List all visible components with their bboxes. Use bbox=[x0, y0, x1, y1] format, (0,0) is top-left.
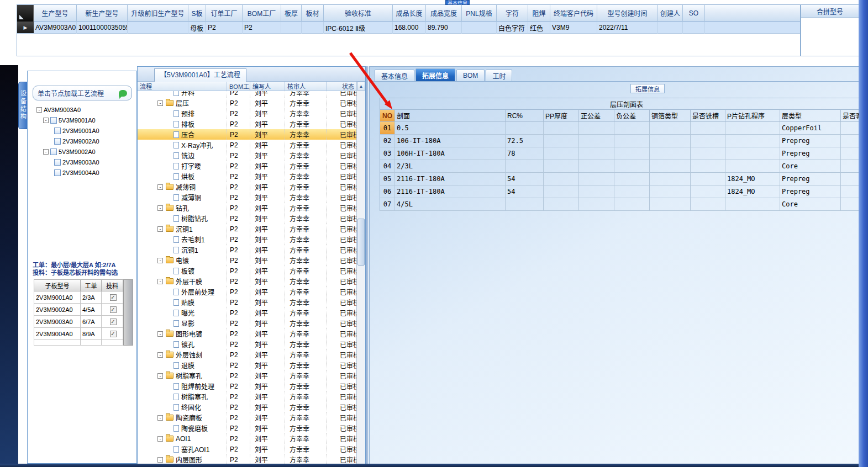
right-edge-bar[interactable] bbox=[859, 0, 868, 467]
column-header[interactable]: RC% bbox=[506, 110, 544, 122]
tree-node[interactable]: - 5V3M9001A0 bbox=[30, 115, 134, 125]
checkbox[interactable] bbox=[110, 319, 117, 325]
process-row[interactable]: - 显影 P2 刘平 方幸幸 已审核 bbox=[138, 318, 365, 328]
tree-expand-icon[interactable]: - bbox=[43, 118, 49, 123]
tree-expand-icon[interactable]: - bbox=[157, 258, 163, 263]
tree-expand-icon[interactable]: - bbox=[157, 457, 163, 463]
column-header[interactable]: SO bbox=[683, 5, 705, 22]
column-header[interactable]: 正公差 bbox=[579, 110, 614, 122]
tree-expand-icon[interactable]: - bbox=[157, 205, 163, 211]
column-header[interactable]: 层类型 bbox=[780, 110, 841, 122]
process-row[interactable]: - 阻焊前处理 P2 刘平 方幸幸 已审核 bbox=[138, 381, 365, 391]
column-header[interactable]: 编写人 bbox=[250, 82, 285, 91]
column-header[interactable]: 字符 bbox=[497, 5, 528, 22]
column-header[interactable]: 创建人 bbox=[658, 5, 683, 22]
tree-expand-icon[interactable]: - bbox=[36, 107, 42, 113]
process-row[interactable]: - 树脂钻孔 P2 刘平 方幸幸 已审核 bbox=[138, 213, 365, 224]
column-header[interactable]: 是否客供 bbox=[841, 110, 859, 122]
process-row[interactable]: - 退膜 P2 刘平 方幸幸 已审核 bbox=[138, 360, 365, 370]
tree-expand-icon[interactable]: - bbox=[157, 226, 163, 232]
process-row[interactable]: - 板镀 P2 刘平 方幸幸 已审核 bbox=[138, 266, 365, 276]
process-row[interactable]: - 镀孔 P2 刘平 方幸幸 已审核 bbox=[138, 339, 365, 349]
checkbox[interactable] bbox=[110, 331, 117, 337]
table-row[interactable]: 2V3M9002A0 4/5A bbox=[34, 304, 133, 316]
tree-node[interactable]: - 5V3M9002A0 bbox=[30, 146, 134, 157]
process-row[interactable]: - 树脂塞孔 P2 刘平 方幸幸 已审核 bbox=[138, 391, 365, 402]
checkbox[interactable] bbox=[110, 306, 117, 313]
column-header[interactable]: 合拼型号 bbox=[801, 5, 859, 18]
process-row[interactable]: - 压合 P2 刘平 方幸幸 已审核 bbox=[138, 129, 365, 140]
scrollbar[interactable]: ▲ bbox=[356, 82, 365, 466]
table-row[interactable]: 2V3M9004A0 8/9A bbox=[34, 328, 133, 340]
info-tab[interactable]: 工时 bbox=[486, 70, 512, 81]
column-header[interactable]: BOM工厂 bbox=[227, 82, 250, 91]
table-row[interactable]: 01 0.5 CopperFoil bbox=[380, 122, 859, 135]
column-header[interactable]: 订单工厂 bbox=[206, 5, 243, 22]
info-tab[interactable]: 拓展信息 bbox=[415, 68, 455, 81]
process-row[interactable]: - 陶瓷磨板 P2 刘平 方幸幸 已审核 bbox=[138, 412, 365, 423]
column-header[interactable]: BOM工厂 bbox=[243, 5, 281, 22]
column-header[interactable]: 成品宽度 bbox=[426, 5, 462, 22]
column-header[interactable]: P片钻孔程序 bbox=[725, 110, 780, 122]
info-tab[interactable]: 基本信息 bbox=[375, 70, 414, 81]
column-header[interactable]: 核审人 bbox=[285, 82, 327, 91]
select-all-corner-icon[interactable] bbox=[17, 5, 34, 22]
process-title-tab[interactable]: 【5V3M9001A0】工艺流程 bbox=[154, 68, 246, 82]
column-header[interactable]: 铜箔类型 bbox=[650, 110, 691, 122]
process-row[interactable]: - 烘板 P2 刘平 方幸幸 已审核 bbox=[138, 171, 365, 182]
process-row[interactable]: - 终固化 P2 刘平 方幸幸 已审核 bbox=[138, 402, 365, 412]
table-row[interactable]: 05 2116-IT-180A 54 1824_MO Prepreg bbox=[380, 173, 859, 185]
process-row[interactable]: - 沉铜1 P2 刘平 方幸幸 已审核 bbox=[138, 245, 365, 255]
process-row[interactable]: - 减薄铜 P2 刘平 方幸幸 已审核 bbox=[138, 182, 365, 192]
tree-expand-icon[interactable]: - bbox=[157, 373, 163, 379]
process-row[interactable]: - AOI1 P2 刘平 方幸幸 已审核 bbox=[138, 433, 365, 444]
info-tab[interactable]: BOM bbox=[456, 70, 485, 81]
tree-expand-icon[interactable]: - bbox=[157, 436, 163, 442]
table-row[interactable]: 02 106-IT-180A 72.5 Prepreg bbox=[380, 135, 859, 147]
process-row[interactable]: - 减薄铜 P2 刘平 方幸幸 已审核 bbox=[138, 192, 365, 203]
process-row[interactable]: - 曝光 P2 刘平 方幸幸 已审核 bbox=[138, 307, 365, 318]
process-row[interactable]: - 树脂塞孔 P2 刘平 方幸幸 已审核 bbox=[138, 370, 365, 381]
process-row[interactable]: - 沉铜1 P2 刘平 方幸幸 已审核 bbox=[138, 224, 365, 234]
column-header[interactable]: 是否铣槽 bbox=[691, 110, 725, 122]
process-row[interactable]: - 排板 P2 刘平 方幸幸 已审核 bbox=[138, 119, 365, 129]
process-row[interactable]: - 打字喽 P2 刘平 方幸幸 已审核 bbox=[138, 161, 365, 171]
scrollbar[interactable] bbox=[123, 279, 133, 346]
column-header[interactable]: 板厚 bbox=[281, 5, 302, 22]
table-row[interactable]: 04 2/3L Core bbox=[380, 160, 859, 173]
extended-info-subtab[interactable]: 拓展信息 bbox=[630, 84, 665, 93]
table-row[interactable]: 06 2116-IT-180A 54 1824_MO Prepreg bbox=[380, 185, 859, 198]
column-header[interactable]: 板材 bbox=[302, 5, 324, 22]
grid-row-selected[interactable]: ▶ AV3M9003A010011000035055母板P2P2IPC-6012… bbox=[17, 22, 800, 34]
column-header[interactable]: 流程 bbox=[138, 82, 227, 91]
process-row[interactable]: - 外层蚀刻 P2 刘平 方幸幸 已审核 bbox=[138, 349, 365, 360]
load-process-button[interactable]: 单击节点加载工艺流程 bbox=[33, 86, 132, 100]
process-row[interactable]: - 开料 P2 刘平 方幸幸 已审核 bbox=[138, 91, 365, 98]
column-header[interactable]: 投料 bbox=[102, 279, 123, 291]
process-row[interactable]: - 外层前处理 P2 刘平 方幸幸 已审核 bbox=[138, 286, 365, 297]
tree-node[interactable]: - 2V3M9003A0 bbox=[30, 157, 134, 167]
column-header[interactable]: 生产型号 bbox=[34, 5, 77, 22]
process-row[interactable]: - 陶瓷磨板 P2 刘平 方幸幸 已审核 bbox=[138, 423, 365, 433]
column-header[interactable]: 验收标准 bbox=[324, 5, 393, 22]
column-header[interactable]: 成品长度 bbox=[393, 5, 426, 22]
process-row[interactable]: - 铣边 P2 刘平 方幸幸 已审核 bbox=[138, 150, 365, 161]
column-header[interactable]: PP厚度 bbox=[544, 110, 579, 122]
table-row[interactable]: 2V3M9003A0 6/7A bbox=[34, 316, 133, 328]
column-header[interactable]: S板 bbox=[188, 5, 206, 22]
column-header[interactable]: PNL规格 bbox=[462, 5, 497, 22]
table-row[interactable]: 2V3M9001A0 2/3A bbox=[34, 291, 133, 304]
tree-node[interactable]: - 2V3M9004A0 bbox=[30, 167, 134, 178]
tree-node[interactable]: - 2V3M9002A0 bbox=[30, 136, 134, 146]
process-row[interactable]: - 贴膜 P2 刘平 方幸幸 已审核 bbox=[138, 297, 365, 307]
process-row[interactable]: - 塞孔AOI1 P2 刘平 方幸幸 已审核 bbox=[138, 444, 365, 454]
tree-expand-icon[interactable]: - bbox=[157, 184, 163, 190]
process-row[interactable]: - 电镀 P2 刘平 方幸幸 已审核 bbox=[138, 255, 365, 266]
tree-expand-icon[interactable]: - bbox=[157, 279, 163, 284]
column-header[interactable]: 阻焊 bbox=[528, 5, 550, 22]
process-row[interactable]: - 层压 P2 刘平 方幸幸 已审核 bbox=[138, 98, 365, 108]
column-header[interactable]: 新生产型号 bbox=[77, 5, 128, 22]
process-row[interactable]: - 去毛刺1 P2 刘平 方幸幸 已审核 bbox=[138, 234, 365, 245]
tab-device-structure[interactable]: 设备结构 bbox=[18, 82, 27, 129]
tree-expand-icon[interactable]: - bbox=[43, 149, 49, 155]
